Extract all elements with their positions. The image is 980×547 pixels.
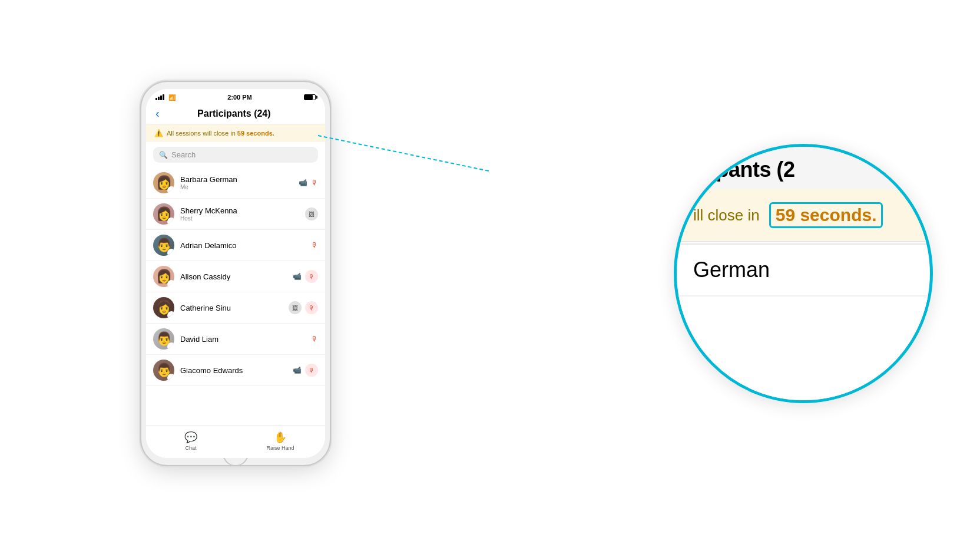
avatar-badge: 🎙 xyxy=(167,374,174,381)
mag-seconds: 59 seconds. xyxy=(776,205,877,225)
nav-bar: ‹ Participants (24) xyxy=(146,103,325,124)
participant-role: Me xyxy=(180,184,293,190)
mic-red-circle: 🎙 xyxy=(305,270,318,283)
avatar: 👩 🎙 xyxy=(153,203,174,225)
back-button[interactable]: ‹ xyxy=(155,107,160,120)
avatar-badge: 🎙 xyxy=(167,280,174,287)
avatar-badge: 🎙 xyxy=(167,218,174,225)
participant-name: Sherry McKenna xyxy=(180,206,299,215)
participant-info: David Liam xyxy=(180,335,305,344)
mag-participant-row: German xyxy=(677,245,930,296)
mag-participant-name: German xyxy=(693,258,770,282)
list-item[interactable]: 👨 🎙 David Liam 🎙 xyxy=(146,324,325,355)
signal-bar-2 xyxy=(158,97,160,100)
participant-name: David Liam xyxy=(180,335,305,344)
mag-divider xyxy=(677,241,930,242)
wifi-icon: 📶 xyxy=(168,94,176,101)
tab-chat-label: Chat xyxy=(185,445,196,451)
dashed-connector xyxy=(318,118,506,236)
mag-title-partial: icipants (2 xyxy=(693,157,795,182)
avatar: 👨 🎙 xyxy=(153,328,174,350)
signal-bar-1 xyxy=(155,98,157,100)
mic-muted-icon: 🎙 xyxy=(311,335,318,343)
battery-icon xyxy=(304,94,316,100)
list-item[interactable]: 👩 🎙 Alison Cassidy 📹 🎙 xyxy=(146,261,325,292)
participant-icons: 🎙 xyxy=(311,335,318,343)
participant-role: Host xyxy=(180,215,299,222)
magnifier-circle: icipants (2 ill close in 59 seconds. Ger… xyxy=(674,144,933,403)
warning-triangle-icon: ⚠️ xyxy=(154,129,163,137)
tab-raise-hand-label: Raise Hand xyxy=(266,445,294,451)
avatar-badge: 🎙 xyxy=(167,342,174,350)
avatar-badge: 🎙 xyxy=(167,311,174,318)
participant-info: Barbara German Me xyxy=(180,175,293,190)
video-icon: 📹 xyxy=(299,179,307,187)
signal-bar-4 xyxy=(163,94,164,100)
participant-name: Alison Cassidy xyxy=(180,272,287,281)
scene: 📶 2:00 PM ‹ Participants (24) ⚠️ All ses… xyxy=(0,0,980,547)
warning-prefix: All sessions will close in xyxy=(167,130,237,137)
list-item[interactable]: 👨 🎙 Adrian Delamico 🎙 xyxy=(146,230,325,261)
tab-raise-hand[interactable]: ✋ Raise Hand xyxy=(236,431,325,451)
participant-icons: 📹 🎙 xyxy=(293,270,318,283)
mic-muted-icon: 🎙 xyxy=(311,179,318,187)
status-bar: 📶 2:00 PM xyxy=(146,89,325,103)
mag-seconds-box: 59 seconds. xyxy=(769,202,883,228)
mic-red-circle: 🎙 xyxy=(305,364,318,377)
mic-muted-icon: 🎙 xyxy=(311,241,318,249)
chat-icon: 💬 xyxy=(184,431,197,444)
signal-bars xyxy=(155,94,164,100)
mag-warning-prefix: ill close in xyxy=(693,206,760,225)
participant-info: Giacomo Edwards xyxy=(180,366,287,375)
list-item[interactable]: 👩 🎙 Catherine Sinu 🖼 🎙 xyxy=(146,292,325,324)
participant-name: Adrian Delamico xyxy=(180,241,305,250)
video-icon: 📹 xyxy=(293,366,302,374)
nav-title: Participants (24) xyxy=(164,108,304,119)
search-icon: 🔍 xyxy=(159,151,168,159)
tab-bar: 💬 Chat ✋ Raise Hand xyxy=(146,426,325,458)
participant-info: Catherine Sinu xyxy=(180,304,283,312)
participant-icons: 🖼 🎙 xyxy=(289,301,318,314)
status-time: 2:00 PM xyxy=(227,94,252,101)
avatar: 👩 🎙 xyxy=(153,172,174,193)
phone-shell: 📶 2:00 PM ‹ Participants (24) ⚠️ All ses… xyxy=(141,82,330,465)
list-item[interactable]: 👩 🎙 Sherry McKenna Host 🖼 xyxy=(146,199,325,230)
mic-red-circle: 🎙 xyxy=(305,301,318,314)
video-icon: 📹 xyxy=(293,272,302,281)
tab-chat[interactable]: 💬 Chat xyxy=(146,431,236,451)
warning-text: All sessions will close in 59 seconds. xyxy=(167,130,274,137)
list-item[interactable]: 👩 🎙 Barbara German Me 📹 🎙 xyxy=(146,167,325,199)
participant-icons: 🖼 xyxy=(305,207,318,220)
participant-info: Adrian Delamico xyxy=(180,241,305,250)
participant-info: Alison Cassidy xyxy=(180,272,287,281)
avatar-badge: 🎙 xyxy=(167,186,174,193)
avatar: 👨 🎙 xyxy=(153,360,174,381)
phone-screen: 📶 2:00 PM ‹ Participants (24) ⚠️ All ses… xyxy=(146,89,325,458)
participant-icons: 📹 🎙 xyxy=(299,179,318,187)
mag-header: icipants (2 xyxy=(677,147,930,189)
image-icon-circle: 🖼 xyxy=(289,301,302,314)
mag-warning-row: ill close in 59 seconds. xyxy=(677,189,930,241)
avatar: 👩 🎙 xyxy=(153,266,174,287)
status-left: 📶 xyxy=(155,94,176,101)
participant-icons: 🎙 xyxy=(311,241,318,249)
search-placeholder: Search xyxy=(171,150,196,159)
avatar-badge: 🎙 xyxy=(167,249,174,256)
raise-hand-icon: ✋ xyxy=(274,431,287,444)
image-icon-circle: 🖼 xyxy=(305,207,318,220)
participant-name: Barbara German xyxy=(180,175,293,184)
participant-list: 👩 🎙 Barbara German Me 📹 🎙 👩 xyxy=(146,167,325,426)
participant-info: Sherry McKenna Host xyxy=(180,206,299,222)
avatar: 👨 🎙 xyxy=(153,235,174,256)
mag-bottom xyxy=(677,296,930,400)
svg-line-0 xyxy=(318,136,489,171)
battery-fill xyxy=(304,95,313,100)
participant-icons: 📹 🎙 xyxy=(293,364,318,377)
countdown-seconds: 59 seconds. xyxy=(237,130,274,137)
signal-bar-3 xyxy=(160,95,162,100)
warning-banner: ⚠️ All sessions will close in 59 seconds… xyxy=(146,124,325,142)
search-bar: 🔍 Search xyxy=(146,142,325,167)
participant-name: Catherine Sinu xyxy=(180,304,283,312)
search-input-wrap[interactable]: 🔍 Search xyxy=(153,147,318,163)
list-item[interactable]: 👨 🎙 Giacomo Edwards 📹 🎙 xyxy=(146,355,325,386)
